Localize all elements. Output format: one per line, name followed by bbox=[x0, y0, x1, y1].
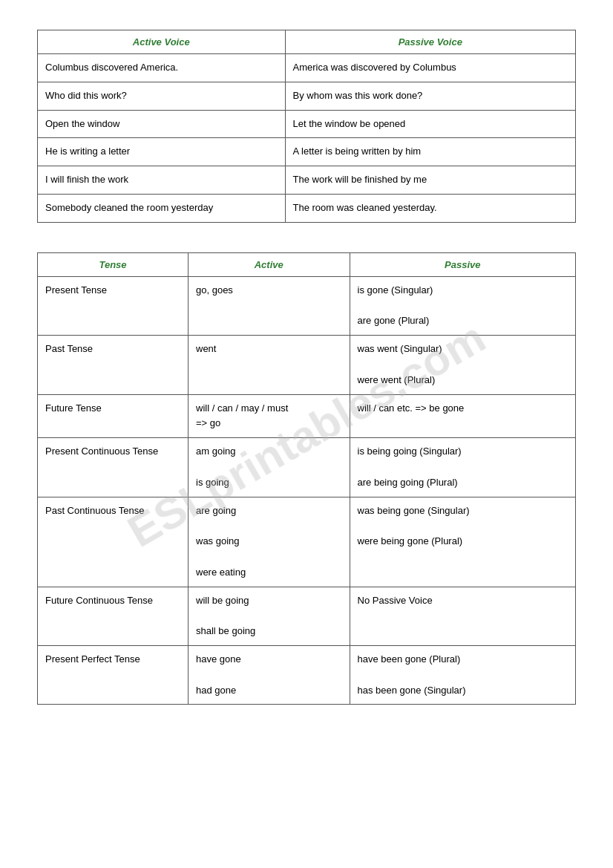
table-row: Future Continuous Tensewill be goingshal… bbox=[38, 587, 576, 645]
table2-active-6: have gonehad gone bbox=[189, 645, 350, 704]
table1-cell-4-1: The work will be finished by me bbox=[285, 166, 576, 195]
tense-forms-table: Tense Active Passive Present Tensego, go… bbox=[37, 252, 576, 705]
table2-tense-0: Present Tense bbox=[38, 276, 189, 335]
table2-tense-2: Future Tense bbox=[38, 394, 189, 438]
table-row: Present Tensego, goesis gone (Singular)a… bbox=[38, 276, 576, 335]
table2-passive-5: No Passive Voice bbox=[350, 587, 576, 645]
table2-passive-4: was being gone (Singular)were being gone… bbox=[350, 497, 576, 587]
table-row: Who did this work?By whom was this work … bbox=[38, 82, 576, 110]
table2-tense-6: Present Perfect Tense bbox=[38, 645, 189, 704]
table-row: I will finish the workThe work will be f… bbox=[38, 166, 576, 195]
table2-active-0: go, goes bbox=[189, 276, 350, 335]
table1-cell-0-1: America was discovered by Columbus bbox=[285, 54, 576, 82]
table2-header-active: Active bbox=[189, 252, 350, 276]
table-row: Future Tensewill / can / may / must=> go… bbox=[38, 394, 576, 438]
table1-cell-3-0: He is writing a letter bbox=[38, 138, 286, 166]
table1-cell-1-0: Who did this work? bbox=[38, 82, 286, 110]
table2-header-passive: Passive bbox=[350, 252, 576, 276]
table2-active-5: will be goingshall be going bbox=[189, 587, 350, 645]
table1-header-passive: Passive Voice bbox=[285, 30, 576, 54]
table2-header-tense: Tense bbox=[38, 252, 189, 276]
table1-cell-4-0: I will finish the work bbox=[38, 166, 286, 195]
table2-passive-0: is gone (Singular)are gone (Plural) bbox=[350, 276, 576, 335]
table1-cell-0-0: Columbus discovered America. bbox=[38, 54, 286, 82]
table-row: Present Perfect Tensehave gonehad goneha… bbox=[38, 645, 576, 704]
table1-cell-5-0: Somebody cleaned the room yesterday bbox=[38, 194, 286, 222]
table-row: Past Continuous Tenseare goingwas goingw… bbox=[38, 497, 576, 587]
table1-cell-2-0: Open the window bbox=[38, 110, 286, 138]
table1-cell-5-1: The room was cleaned yesterday. bbox=[285, 194, 576, 222]
table1-header-active: Active Voice bbox=[38, 30, 286, 54]
table1-cell-3-1: A letter is being written by him bbox=[285, 138, 576, 166]
table-row: Columbus discovered America.America was … bbox=[38, 54, 576, 82]
table-row: Present Continuous Tenseam goingis going… bbox=[38, 438, 576, 497]
table2-active-3: am goingis going bbox=[189, 438, 350, 497]
table2-wrapper: Tense Active Passive Present Tensego, go… bbox=[37, 252, 576, 705]
table-row: Open the windowLet the window be opened bbox=[38, 110, 576, 138]
table2-tense-4: Past Continuous Tense bbox=[38, 497, 189, 587]
table-row: Past Tensewentwas went (Singular)were we… bbox=[38, 336, 576, 394]
table2-passive-2: will / can etc. => be gone bbox=[350, 394, 576, 438]
table2-active-2: will / can / may / must=> go bbox=[189, 394, 350, 438]
table2-passive-3: is being going (Singular)are being going… bbox=[350, 438, 576, 497]
table2-tense-3: Present Continuous Tense bbox=[38, 438, 189, 497]
table2-active-1: went bbox=[189, 336, 350, 394]
active-passive-examples-table: Active Voice Passive Voice Columbus disc… bbox=[37, 30, 576, 223]
table2-tense-5: Future Continuous Tense bbox=[38, 587, 189, 645]
table2-tense-1: Past Tense bbox=[38, 336, 189, 394]
table2-passive-1: was went (Singular)were went (Plural) bbox=[350, 336, 576, 394]
table1-cell-2-1: Let the window be opened bbox=[285, 110, 576, 138]
table-row: Somebody cleaned the room yesterdayThe r… bbox=[38, 194, 576, 222]
table-row: He is writing a letterA letter is being … bbox=[38, 138, 576, 166]
table1-wrapper: Active Voice Passive Voice Columbus disc… bbox=[37, 30, 576, 223]
table2-active-4: are goingwas goingwere eating bbox=[189, 497, 350, 587]
table1-cell-1-1: By whom was this work done? bbox=[285, 82, 576, 110]
table2-passive-6: have been gone (Plural)has been gone (Si… bbox=[350, 645, 576, 704]
